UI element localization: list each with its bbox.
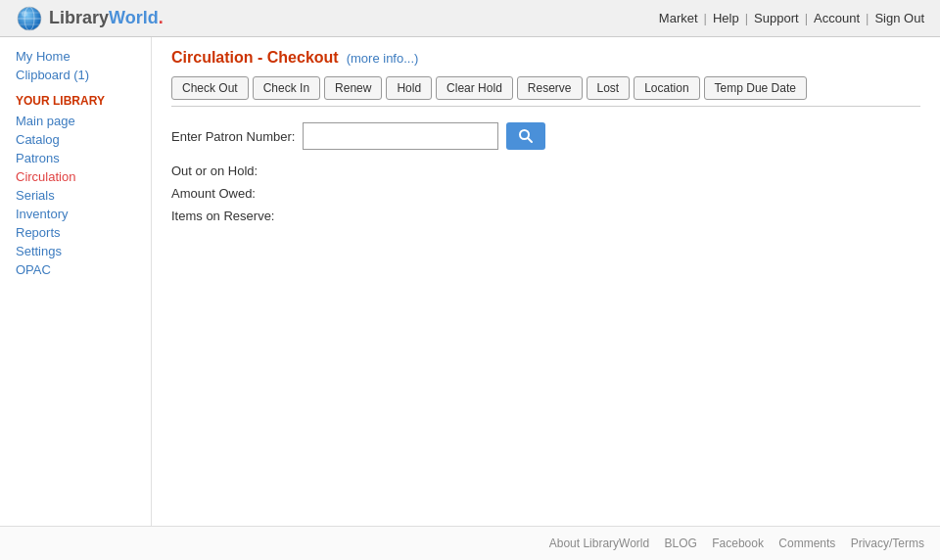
patron-number-label: Enter Patron Number: <box>171 129 295 144</box>
footer-comments[interactable]: Comments <box>778 537 835 550</box>
sidebar-item-mainpage[interactable]: Main page <box>16 114 135 128</box>
logo-text: LibraryWorld. <box>49 8 164 28</box>
tab-renew[interactable]: Renew <box>324 76 382 100</box>
signout-link[interactable]: Sign Out <box>874 11 924 25</box>
out-on-hold-row: Out or on Hold: <box>171 163 920 178</box>
more-info-link[interactable]: (more info...) <box>347 51 419 66</box>
tab-tempduedate[interactable]: Temp Due Date <box>704 76 807 100</box>
sidebar: My Home Clipboard (1) YOUR LIBRARY Main … <box>0 37 152 526</box>
tab-checkin[interactable]: Check In <box>253 76 320 100</box>
tab-clearhold[interactable]: Clear Hold <box>436 76 513 100</box>
top-nav-links: Market | Help | Support | Account | Sign… <box>659 11 924 25</box>
sidebar-item-circulation[interactable]: Circulation <box>16 169 135 184</box>
tab-lost[interactable]: Lost <box>587 76 631 100</box>
footer-facebook[interactable]: Facebook <box>712 537 764 550</box>
top-navigation: LibraryWorld. Market | Help | Support | … <box>0 0 940 37</box>
sidebar-item-patrons[interactable]: Patrons <box>16 151 135 165</box>
sidebar-item-inventory[interactable]: Inventory <box>16 207 135 221</box>
sidebar-item-settings[interactable]: Settings <box>16 244 135 258</box>
sidebar-item-opac[interactable]: OPAC <box>16 262 135 277</box>
sidebar-section-header: YOUR LIBRARY <box>16 94 135 108</box>
support-link[interactable]: Support <box>754 11 799 25</box>
tab-checkout[interactable]: Check Out <box>171 76 249 100</box>
tab-reserve[interactable]: Reserve <box>517 76 583 100</box>
sidebar-item-catalog[interactable]: Catalog <box>16 132 135 147</box>
patron-number-input[interactable] <box>303 122 498 150</box>
patron-number-row: Enter Patron Number: <box>171 122 920 150</box>
footer-privacy[interactable]: Privacy/Terms <box>851 537 924 550</box>
globe-icon <box>16 5 43 32</box>
page-title: Circulation - Checkout <box>171 49 339 67</box>
market-link[interactable]: Market <box>659 11 698 25</box>
page-title-row: Circulation - Checkout (more info...) <box>171 49 920 67</box>
sidebar-item-serials[interactable]: Serials <box>16 188 135 203</box>
tab-location[interactable]: Location <box>634 76 699 100</box>
sidebar-item-clipboard[interactable]: Clipboard (1) <box>16 68 135 82</box>
items-on-reserve-row: Items on Reserve: <box>171 209 920 223</box>
sidebar-item-reports[interactable]: Reports <box>16 225 135 240</box>
main-content: Circulation - Checkout (more info...) Ch… <box>152 37 940 526</box>
tab-bar: Check Out Check In Renew Hold Clear Hold… <box>171 76 920 107</box>
svg-point-5 <box>22 11 27 17</box>
account-link[interactable]: Account <box>814 11 860 25</box>
amount-owed-row: Amount Owed: <box>171 186 920 201</box>
main-layout: My Home Clipboard (1) YOUR LIBRARY Main … <box>0 37 940 526</box>
svg-line-7 <box>528 138 532 142</box>
search-icon <box>518 128 534 144</box>
footer-about[interactable]: About LibraryWorld <box>549 537 650 550</box>
search-button[interactable] <box>506 122 545 150</box>
sidebar-item-myhome[interactable]: My Home <box>16 49 135 64</box>
logo: LibraryWorld. <box>16 5 164 32</box>
tab-hold[interactable]: Hold <box>386 76 432 100</box>
footer: About LibraryWorld BLOG Facebook Comment… <box>0 526 940 560</box>
help-link[interactable]: Help <box>713 11 739 25</box>
footer-blog[interactable]: BLOG <box>665 537 697 550</box>
